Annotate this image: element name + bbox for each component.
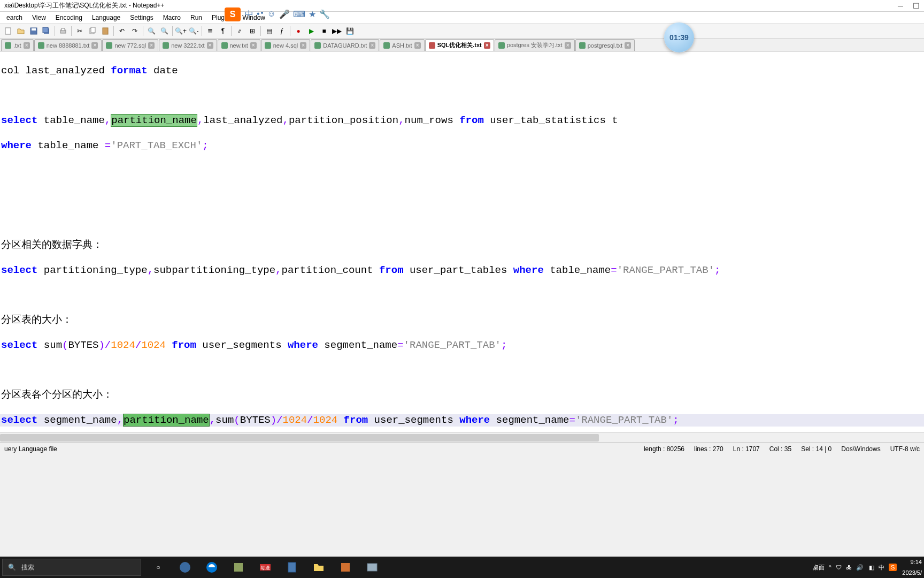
file-icon: [5, 42, 11, 49]
ime-settings-icon[interactable]: 🔧: [319, 9, 330, 20]
close-icon[interactable]: ×: [250, 42, 257, 49]
indent-guide-icon[interactable]: ⫽: [234, 25, 245, 37]
tray-desktop-label[interactable]: 桌面: [813, 564, 825, 572]
play-macro-icon[interactable]: ▶: [305, 25, 317, 37]
cut-icon[interactable]: ✂: [74, 25, 86, 37]
tab-item[interactable]: postgres 安装学习.txt×: [495, 39, 575, 51]
scrollbar-thumb[interactable]: [0, 434, 599, 442]
maximize-button[interactable]: ☐: [913, 2, 920, 10]
ime-keyboard-icon[interactable]: ⌨: [293, 9, 305, 20]
save-icon[interactable]: [28, 25, 40, 37]
tab-item[interactable]: new 8888881.txt×: [34, 39, 102, 51]
tab-item[interactable]: new 4.sql×: [261, 39, 310, 51]
menu-run[interactable]: Run: [186, 13, 206, 22]
svg-rect-17: [367, 564, 377, 571]
file-icon: [429, 42, 435, 49]
notepadpp-icon[interactable]: [227, 558, 250, 577]
ime-voice-icon[interactable]: 🎤: [279, 9, 290, 20]
tab-item[interactable]: new 772.sql×: [102, 39, 158, 51]
minimize-button[interactable]: ─: [898, 2, 903, 10]
zoom-out-icon[interactable]: 🔍-: [188, 25, 199, 37]
tray-time[interactable]: 9:14: [911, 559, 922, 565]
tab-item[interactable]: ASH.txt×: [380, 39, 424, 51]
doc-map-icon[interactable]: ▤: [263, 25, 275, 37]
wordwrap-icon[interactable]: ≣: [204, 25, 216, 37]
menu-settings[interactable]: Settings: [126, 13, 157, 22]
close-icon[interactable]: ×: [369, 42, 375, 49]
close-icon[interactable]: ×: [300, 42, 306, 49]
tray-sogou-icon[interactable]: S: [889, 564, 897, 571]
tray-up-icon[interactable]: ^: [829, 564, 831, 571]
calculator-icon[interactable]: [280, 558, 304, 577]
tray-network-icon[interactable]: 🖧: [846, 564, 852, 571]
app-orange-icon[interactable]: [334, 558, 357, 577]
tab-item[interactable]: postgresql.txt×: [575, 39, 635, 51]
toolbar-separator: [113, 26, 114, 36]
code-editor[interactable]: col last_analyzed format date select tab…: [0, 51, 924, 432]
tab-item[interactable]: DATAGUARD.txt×: [311, 39, 379, 51]
playback-icon[interactable]: ▶▶: [331, 25, 343, 37]
close-icon[interactable]: ×: [625, 42, 631, 49]
cortana-icon[interactable]: ○: [147, 558, 170, 577]
close-icon[interactable]: ×: [484, 42, 490, 49]
save-macro-icon[interactable]: 💾: [344, 25, 356, 37]
tab-item[interactable]: .txt×: [1, 39, 34, 51]
ime-toolbar[interactable]: S 中 •ꞏ ☺ 🎤 ⌨ ★ 🔧: [225, 7, 330, 21]
tab-item[interactable]: new.txt×: [218, 39, 260, 51]
tray-shield-icon[interactable]: 🛡: [836, 564, 842, 571]
tray-ime-lang[interactable]: 中: [879, 564, 884, 572]
ime-emoji-icon[interactable]: ☺: [267, 9, 276, 20]
app-icon[interactable]: [173, 558, 197, 577]
record-macro-icon[interactable]: ●: [292, 25, 304, 37]
tray-app-icon[interactable]: ◧: [869, 564, 874, 571]
zoom-in-icon[interactable]: 🔍+: [175, 25, 187, 37]
ime-lang-icon[interactable]: 中: [245, 9, 253, 20]
menu-encoding[interactable]: Encoding: [51, 13, 87, 22]
copy-icon[interactable]: [87, 25, 98, 37]
app-window-icon[interactable]: [360, 558, 384, 577]
file-icon: [38, 42, 44, 49]
system-tray: 桌面 ^ 🛡 🖧 🔊 ◧ 中 S 9:14 2023/5/: [813, 559, 922, 576]
tabbar: .txt× new 8888881.txt× new 772.sql× new …: [0, 39, 924, 51]
close-icon[interactable]: ×: [414, 42, 421, 49]
close-icon[interactable]: ×: [91, 42, 98, 49]
status-lines: lines : 270: [694, 445, 723, 453]
horizontal-scrollbar[interactable]: [0, 432, 924, 442]
ime-star-icon[interactable]: ★: [309, 9, 316, 20]
menu-view[interactable]: View: [28, 13, 50, 22]
tray-volume-icon[interactable]: 🔊: [856, 564, 864, 571]
new-file-icon[interactable]: [2, 25, 14, 37]
sogou-logo-icon[interactable]: S: [225, 7, 241, 21]
save-all-icon[interactable]: [41, 25, 52, 37]
replace-icon[interactable]: 🔍: [158, 25, 170, 37]
print-icon[interactable]: [57, 25, 69, 37]
tab-item[interactable]: new 3222.txt×: [159, 39, 217, 51]
tray-date[interactable]: 2023/5/: [902, 569, 922, 576]
stop-macro-icon[interactable]: ■: [318, 25, 330, 37]
redo-icon[interactable]: ↷: [129, 25, 141, 37]
menu-search[interactable]: earch: [2, 13, 27, 22]
close-icon[interactable]: ×: [24, 42, 30, 49]
tab-item-active[interactable]: SQL优化相关.txt×: [425, 39, 494, 51]
open-file-icon[interactable]: [15, 25, 27, 37]
app-red-icon[interactable]: 每送: [253, 558, 277, 577]
menu-macro[interactable]: Macro: [159, 13, 185, 22]
close-icon[interactable]: ×: [207, 42, 213, 49]
file-icon: [221, 42, 228, 49]
close-icon[interactable]: ×: [565, 42, 571, 49]
function-list-icon[interactable]: ƒ: [276, 25, 288, 37]
show-all-chars-icon[interactable]: ¶: [217, 25, 229, 37]
file-icon: [163, 42, 169, 49]
paste-icon[interactable]: [99, 25, 111, 37]
ime-punct-icon[interactable]: •ꞏ: [257, 9, 264, 20]
folder-margin-icon[interactable]: ⊞: [247, 25, 258, 37]
find-icon[interactable]: 🔍: [145, 25, 157, 37]
edge-icon[interactable]: [200, 558, 224, 577]
explorer-icon[interactable]: [307, 558, 330, 577]
toolbar-separator: [71, 26, 72, 36]
toolbar-separator: [55, 26, 55, 36]
menu-language[interactable]: Language: [88, 13, 125, 22]
taskbar-search[interactable]: 🔍 搜索: [2, 559, 141, 576]
close-icon[interactable]: ×: [148, 42, 155, 49]
undo-icon[interactable]: ↶: [116, 25, 128, 37]
